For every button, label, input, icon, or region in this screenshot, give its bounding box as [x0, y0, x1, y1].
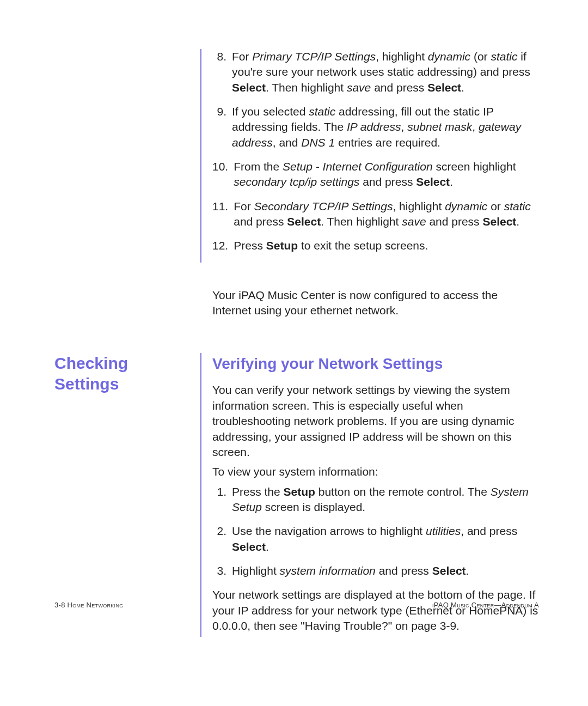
para-bottom: Your network settings are displayed at t…	[212, 587, 539, 634]
step-text: From the Setup - Internet Configuration …	[234, 159, 539, 190]
footer-left-title: Home Networking	[68, 601, 124, 609]
step-number: 12.	[212, 238, 234, 253]
list-item: 3.Highlight system information and press…	[212, 563, 539, 579]
side-heading-col: Checking Settings	[54, 353, 200, 637]
step-number: 9.	[212, 104, 232, 150]
para-toview: To view your system information:	[212, 464, 539, 479]
main-top-steps: 8.For Primary TCP/IP Settings, highlight…	[200, 49, 539, 263]
list-item: 8.For Primary TCP/IP Settings, highlight…	[212, 49, 539, 95]
step-text: For Primary TCP/IP Settings, highlight d…	[232, 49, 539, 95]
row-configured: Your iPAQ Music Center is now configured…	[54, 288, 539, 322]
page-footer: 3-8 Home Networking iPAQ Music Center—Ad…	[54, 601, 539, 609]
para-verify: You can verify your network settings by …	[212, 382, 539, 460]
spacer	[54, 321, 539, 353]
side-empty-top	[54, 49, 200, 263]
para-configured: Your iPAQ Music Center is now configured…	[212, 288, 539, 319]
page: 8.For Primary TCP/IP Settings, highlight…	[0, 0, 588, 706]
list-item: 1.Press the Setup button on the remote c…	[212, 484, 539, 515]
step-number: 10.	[212, 159, 234, 190]
main-checking: Verifying your Network Settings You can …	[200, 353, 539, 637]
step-number: 2.	[212, 524, 232, 555]
list-item: 12.Press Setup to exit the setup screens…	[212, 238, 539, 253]
list-item: 2.Use the navigation arrows to highlight…	[212, 524, 539, 555]
step-text: Press Setup to exit the setup screens.	[234, 238, 539, 253]
footer-page-num: 3-8	[54, 601, 68, 609]
ordered-list-top: 8.For Primary TCP/IP Settings, highlight…	[212, 49, 539, 254]
step-text: If you selected static addressing, fill …	[232, 104, 539, 150]
ordered-list-bottom: 1.Press the Setup button on the remote c…	[212, 484, 539, 579]
footer-right: iPAQ Music Center—Addendum A	[432, 601, 539, 609]
step-text: For Secondary TCP/IP Settings, highlight…	[234, 199, 539, 230]
step-text: Press the Setup button on the remote con…	[232, 484, 539, 515]
row-checking: Checking Settings Verifying your Network…	[54, 353, 539, 637]
step-number: 1.	[212, 484, 232, 515]
row-top-steps: 8.For Primary TCP/IP Settings, highlight…	[54, 49, 539, 263]
step-number: 8.	[212, 49, 232, 95]
footer-left: 3-8 Home Networking	[54, 601, 124, 609]
side-empty-mid	[54, 288, 200, 322]
step-number: 3.	[212, 563, 232, 579]
step-number: 11.	[212, 199, 234, 230]
sub-heading: Verifying your Network Settings	[212, 355, 539, 373]
list-item: 10.From the Setup - Internet Configurati…	[212, 159, 539, 190]
list-item: 9.If you selected static addressing, fil…	[212, 104, 539, 150]
side-heading: Checking Settings	[54, 353, 189, 394]
main-configured: Your iPAQ Music Center is now configured…	[200, 288, 539, 322]
step-text: Highlight system information and press S…	[232, 563, 539, 579]
list-item: 11.For Secondary TCP/IP Settings, highli…	[212, 199, 539, 230]
step-text: Use the navigation arrows to highlight u…	[232, 524, 539, 555]
spacer	[54, 263, 539, 288]
